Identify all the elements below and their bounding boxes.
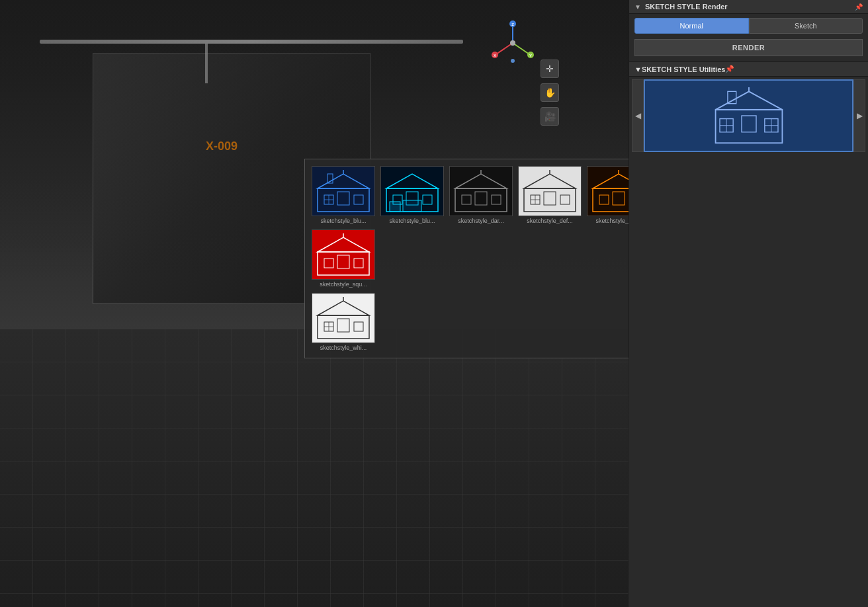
list-item[interactable]: sketchstyle_squ...	[310, 228, 376, 289]
sketch-mode-button[interactable]: Sketch	[749, 18, 863, 34]
svg-rect-61	[324, 259, 333, 268]
svg-rect-26	[403, 200, 421, 212]
render-button-row: RENDER	[629, 36, 868, 61]
list-item[interactable]: sketchstyle_blu...	[310, 165, 376, 225]
render-section-header: ▼ SKETCH STYLE Render 📌	[629, 0, 868, 14]
svg-marker-74	[715, 91, 782, 110]
svg-rect-76	[742, 116, 756, 132]
thumbnail-label: sketchstyle_def...	[527, 218, 573, 224]
thumbnail	[312, 166, 375, 216]
thumbnail	[312, 229, 375, 280]
svg-rect-25	[390, 202, 400, 212]
render-section: ▼ SKETCH STYLE Render 📌 Normal Sketch RE…	[629, 0, 868, 62]
svg-rect-63	[354, 259, 363, 268]
thumbnail-grid: sketchstyle_blu...	[310, 165, 629, 289]
svg-text:X: X	[494, 54, 496, 58]
style-popup[interactable]: sketchstyle_blu...	[304, 159, 629, 358]
list-item[interactable]: sketchstyle_whi...	[310, 292, 376, 352]
utilities-section: ▼ SKETCH STYLE Utilities 📌 ◀	[629, 62, 868, 607]
list-item[interactable]: sketchstyle_blu...	[379, 165, 445, 225]
prev-arrow[interactable]: ◀	[632, 79, 644, 152]
next-arrow[interactable]: ▶	[853, 79, 865, 152]
svg-rect-62	[337, 255, 349, 268]
thumbnail-label: sketchstyle_whi...	[320, 344, 367, 351]
pin-icon[interactable]: 📌	[855, 3, 863, 11]
svg-rect-30	[475, 192, 487, 205]
svg-point-9	[510, 40, 515, 46]
render-button[interactable]: RENDER	[634, 39, 863, 56]
gizmo: Z X Y	[490, 20, 536, 66]
thumbnail-label: sketchstyle_dar...	[458, 218, 504, 224]
svg-rect-69	[354, 322, 363, 331]
svg-text:Y: Y	[529, 54, 532, 58]
svg-rect-14	[337, 192, 349, 205]
thumbnail-label: sketchstyle_blu...	[320, 218, 366, 224]
popup-row2: sketchstyle_whi...	[310, 292, 629, 352]
thumbnail	[312, 293, 375, 343]
svg-line-3	[496, 43, 513, 54]
svg-text:Z: Z	[511, 22, 514, 26]
svg-line-6	[513, 43, 529, 54]
svg-rect-29	[462, 195, 471, 204]
large-preview-svg	[713, 83, 785, 149]
large-preview-row: ◀ ▶	[629, 77, 868, 155]
svg-rect-31	[492, 195, 501, 204]
utilities-section-title: SKETCH STYLE Utilities	[642, 65, 726, 73]
section-toggle-arrow[interactable]: ▼	[634, 3, 641, 11]
floor-grid	[0, 329, 629, 607]
camera-tool[interactable]: 🎥	[541, 107, 559, 126]
machine-label: X-009	[206, 140, 238, 153]
thumbnail	[449, 166, 513, 216]
thumbnail-label: sketchstyle_blu...	[389, 218, 435, 224]
svg-marker-21	[386, 174, 438, 188]
list-item[interactable]: sketchstyle_el_...	[586, 165, 629, 225]
thumbnail	[380, 166, 444, 216]
svg-point-10	[511, 59, 515, 63]
hand-tool[interactable]: ✋	[541, 83, 559, 102]
crane-arm	[40, 40, 463, 44]
right-panel: ▼ SKETCH STYLE Render 📌 Normal Sketch RE…	[629, 0, 868, 607]
svg-rect-73	[715, 110, 782, 143]
svg-rect-36	[544, 192, 556, 205]
app-container: X-009 Z X Y	[0, 0, 868, 607]
gizmo-svg: Z X Y	[490, 20, 536, 66]
list-item[interactable]: sketchstyle_dar...	[448, 165, 514, 225]
viewport-tools: ✛ ✋ 🎥	[541, 60, 559, 126]
svg-marker-34	[524, 174, 576, 188]
utilities-section-header: ▼ SKETCH STYLE Utilities 📌	[629, 62, 868, 77]
crane-cable	[205, 44, 208, 83]
render-mode-buttons: Normal Sketch	[629, 14, 868, 36]
svg-rect-43	[599, 195, 609, 204]
thumbnail	[587, 166, 629, 216]
thumbnail-label: sketchstyle_el_...	[595, 218, 629, 224]
normal-mode-button[interactable]: Normal	[634, 18, 749, 34]
svg-rect-15	[354, 195, 363, 204]
svg-marker-42	[593, 174, 629, 188]
list-item[interactable]: sketchstyle_def...	[517, 165, 583, 225]
utilities-pin-icon[interactable]: 📌	[725, 65, 734, 73]
svg-rect-37	[560, 195, 570, 204]
viewport[interactable]: X-009 Z X Y	[0, 0, 629, 607]
svg-marker-28	[455, 174, 507, 188]
svg-marker-12	[318, 174, 369, 188]
render-section-title: SKETCH STYLE Render	[645, 3, 855, 11]
svg-rect-44	[613, 192, 625, 205]
thumbnail-label: sketchstyle_squ...	[320, 281, 367, 288]
svg-rect-68	[337, 319, 349, 332]
svg-marker-66	[318, 301, 369, 315]
thumbnail	[518, 166, 582, 216]
cursor-tool[interactable]: ✛	[541, 60, 559, 78]
large-preview-thumbnail[interactable]	[644, 79, 853, 152]
svg-marker-60	[318, 237, 369, 252]
svg-rect-24	[423, 195, 432, 204]
utilities-toggle-arrow[interactable]: ▼	[634, 65, 642, 73]
